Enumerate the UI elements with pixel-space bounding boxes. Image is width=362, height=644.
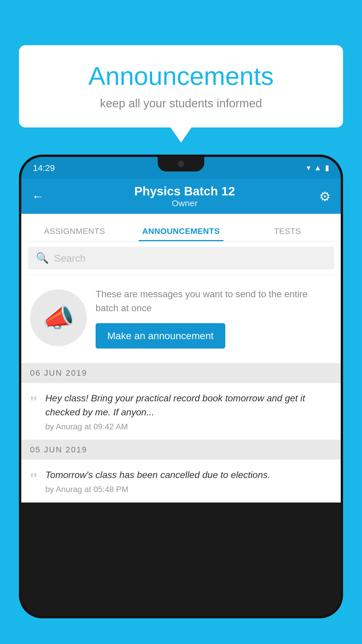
tabs-bar: ASSIGNMENTS ANNOUNCEMENTS TESTS [21,214,341,242]
status-time: 14:29 [33,163,55,173]
speech-bubble: Announcements keep all your students inf… [19,45,343,127]
phone-notch [158,157,204,172]
make-announcement-button[interactable]: Make an announcement [96,323,225,349]
back-button[interactable]: ← [31,189,44,204]
announcement-message-1: Hey class! Bring your practical record b… [45,391,332,419]
phone-frame: 14:29 ▾ ▲ ▮ ← Physics Batch 12 Owner ⚙ A… [19,155,343,618]
signal-icon: ▲ [314,163,321,172]
announcement-author-1: by Anurag at 09:42 AM [45,422,332,431]
date-separator-2: 05 JUN 2019 [21,440,341,460]
status-icons: ▾ ▲ ▮ [307,163,329,172]
wifi-icon: ▾ [307,163,310,172]
megaphone-icon: 📣 [43,303,75,333]
tab-assignments[interactable]: ASSIGNMENTS [21,227,128,241]
search-bar-wrap: 🔍 Search [21,242,341,275]
app-header: ← Physics Batch 12 Owner ⚙ [21,179,341,214]
quote-icon-1: " [30,393,37,411]
battery-icon: ▮ [325,163,329,172]
tab-announcements[interactable]: ANNOUNCEMENTS [128,227,234,241]
date-separator-1: 06 JUN 2019 [21,363,341,383]
speech-bubble-subtitle: keep all your students informed [36,97,326,110]
announcement-message-2: Tomorrow's class has been cancelled due … [45,468,332,482]
announcement-icon-circle: 📣 [30,289,87,346]
quote-icon-2: " [30,470,37,488]
tab-tests[interactable]: TESTS [234,227,341,241]
announcement-text-block-2: Tomorrow's class has been cancelled due … [45,468,332,494]
phone-container: 14:29 ▾ ▲ ▮ ← Physics Batch 12 Owner ⚙ A… [19,155,343,644]
search-bar[interactable]: 🔍 Search [28,247,334,270]
announcement-text-block-1: Hey class! Bring your practical record b… [45,391,332,431]
announcement-prompt-description: These are messages you want to send to t… [96,287,332,315]
header-title-block: Physics Batch 12 Owner [50,184,319,208]
search-icon: 🔍 [36,252,49,264]
status-bar: 14:29 ▾ ▲ ▮ [21,157,341,179]
search-placeholder: Search [54,253,86,264]
batch-name: Physics Batch 12 [50,184,319,198]
speech-bubble-title: Announcements [36,61,326,91]
announcement-item-2: " Tomorrow's class has been cancelled du… [21,460,341,503]
announcement-prompt: 📣 These are messages you want to send to… [21,275,341,363]
settings-icon[interactable]: ⚙ [319,189,331,204]
user-role: Owner [50,198,319,208]
content-area: 🔍 Search 📣 These are messages you want t… [21,242,341,503]
phone-camera [178,160,184,167]
announcement-item-1: " Hey class! Bring your practical record… [21,383,341,440]
announcement-prompt-right: These are messages you want to send to t… [96,287,332,349]
announcement-author-2: by Anurag at 05:48 PM [45,485,332,494]
speech-bubble-container: Announcements keep all your students inf… [19,45,343,127]
